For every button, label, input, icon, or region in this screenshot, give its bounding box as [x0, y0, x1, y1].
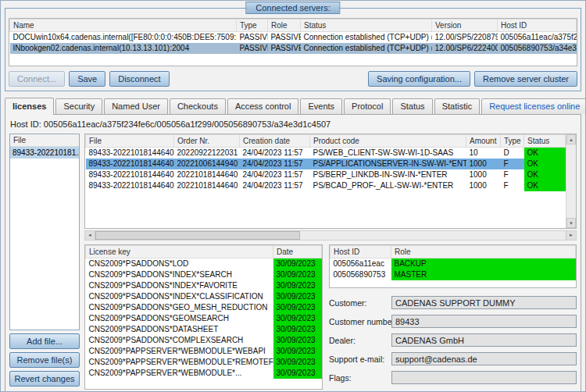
server-row[interactable]: DOCUwin10x64.cadenas.internal([FE80:0:0:…	[10, 32, 577, 43]
saving-configuration-button[interactable]: Saving configuration...	[368, 71, 470, 87]
tab-checkouts[interactable]: Checkouts	[170, 98, 226, 114]
tab-events[interactable]: Events	[300, 98, 342, 114]
license-row[interactable]: 89433-20221018144640-23-03-27_jofl.cnsld…	[86, 159, 566, 169]
form-field-flags: Flags:	[329, 371, 577, 384]
server-row[interactable]: INbookgen02.cadenas.internal(10.13.13.10…	[10, 43, 577, 54]
server-cell-type: PASSIVE	[237, 32, 268, 43]
vertical-scrollbar[interactable]: ▲ ▼	[566, 134, 576, 228]
server-table-header-row: NameTypeRoleStatusVersionHost ID	[10, 20, 577, 32]
column-header-type[interactable]: Type	[501, 135, 524, 148]
column-header-type[interactable]: Type	[237, 20, 268, 32]
customer-field[interactable]	[391, 296, 577, 309]
key-cell-name: CNS2009*PAPPSERVER*WEBMODULE*...	[86, 368, 273, 379]
license-table: FileOrder Nr.Creation dateProduct codeAm…	[85, 134, 566, 191]
host-role-row[interactable]: 005056890753MASTER	[331, 269, 576, 280]
license-row[interactable]: 89433-20221018144640-23-03-27_jofl.cnsld…	[86, 148, 566, 159]
tab-protocol[interactable]: Protocol	[344, 98, 391, 114]
save-button[interactable]: Save	[69, 71, 105, 87]
customer-number-field[interactable]	[391, 315, 577, 328]
license-cell-status: OK	[524, 169, 566, 180]
license-row[interactable]: 89433-20221018144640-23-03-27_jofl.cnsld…	[86, 169, 566, 180]
license-key-row[interactable]: CNS2009*PSADDONS*INDEX*SEARCH30/09/2023	[86, 269, 322, 280]
license-cell-amount: 10	[466, 148, 501, 159]
disconnect-button[interactable]: Disconnect	[109, 71, 169, 87]
key-cell-name: CNS2009*PAPPSERVER*WEBMODULE*REMOTEFILES…	[86, 357, 273, 368]
tab-security[interactable]: Security	[55, 98, 102, 114]
scroll-left-icon[interactable]: ◄	[85, 231, 95, 240]
key-cell-date: 30/09/2023	[273, 258, 322, 269]
flags-field[interactable]	[391, 371, 577, 384]
license-cell-type: F	[501, 169, 524, 180]
role-cell-host-id: 005056890753	[331, 269, 391, 280]
file-list-item[interactable]: 89433-202210181...	[10, 147, 79, 159]
column-header-amount[interactable]: Amount	[466, 135, 501, 148]
column-header-file[interactable]: File	[86, 135, 174, 148]
tab-statistic[interactable]: Statistic	[434, 98, 481, 114]
tab-licenses[interactable]: licenses	[5, 98, 54, 115]
column-header-product-code[interactable]: Product code	[310, 135, 466, 148]
remove-server-cluster-button[interactable]: Remove server cluster	[474, 71, 577, 87]
column-header-role[interactable]: Role	[391, 246, 576, 258]
license-key-row[interactable]: CNS2009*PSADDONS*LOD30/09/2023	[86, 258, 322, 269]
column-header-date[interactable]: Date	[273, 246, 322, 258]
host-role-row[interactable]: 005056a11eacBACKUP	[331, 258, 576, 269]
remove-files-button[interactable]: Remove file(s)	[9, 352, 80, 368]
license-cell-type: F	[501, 180, 524, 191]
column-header-license-key[interactable]: License key	[86, 246, 273, 258]
license-key-row[interactable]: CNS2009*PAPPSERVER*WEBMODULE*REMOTEFILES…	[86, 357, 322, 368]
license-cell-creation-date: 24/04/2023 11:57	[240, 159, 310, 169]
license-key-row[interactable]: CNS2009*PSADDONS*INDEX*CLASSIFICATION30/…	[86, 291, 322, 302]
form-field-dealer: Dealer:	[329, 333, 577, 347]
column-header-host-id[interactable]: Host ID	[331, 246, 391, 258]
license-key-row[interactable]: CNS2009*PSADDONS*COMPLEXSEARCH30/09/2023	[86, 335, 322, 346]
license-key-row[interactable]: CNS2009*PSADDONS*DATASHEET30/09/2023	[86, 324, 322, 335]
column-header-name[interactable]: Name	[10, 20, 237, 32]
license-row[interactable]: 89433-20221018144640-23-03-27_jofl.cnsld…	[86, 180, 566, 191]
scroll-up-icon[interactable]: ▲	[566, 134, 576, 144]
tab-request-licenses-online[interactable]: Request licenses online	[481, 98, 586, 114]
license-cell-product-code: PS/BCAD_PROF-_ALL-SW-WI-*ENTER	[310, 180, 466, 191]
license-cell-file: 89433-20221018144640-23-03-27_jofl.cnsld…	[86, 180, 174, 191]
license-cell-product-code: PS/WEB_CLIENT-SW-SW-WI-1D-SAAS	[310, 148, 466, 159]
column-header-status[interactable]: Status	[524, 135, 566, 148]
tab-named-user[interactable]: Named User	[104, 98, 168, 114]
details-form: Customer:Customer number:Dealer:Support …	[329, 296, 577, 384]
dealer-field[interactable]	[391, 333, 577, 347]
column-header-status[interactable]: Status	[301, 20, 432, 32]
license-cell-file: 89433-20221018144640-23-03-27_jofl.cnsld…	[86, 159, 174, 169]
add-file-button[interactable]: Add file...	[9, 333, 80, 349]
column-header-creation-date[interactable]: Creation date	[240, 135, 310, 148]
license-key-row[interactable]: CNS2009*PAPPSERVER*WEBMODULE*...30/09/20…	[86, 368, 322, 379]
scroll-right-icon[interactable]: ►	[566, 231, 576, 240]
revert-changes-button[interactable]: Revert changes	[9, 371, 80, 387]
tab-status[interactable]: Status	[392, 98, 432, 114]
host-id-label: Host ID:	[10, 119, 41, 129]
license-cell-type: F	[501, 159, 524, 169]
column-header-role[interactable]: Role	[268, 20, 301, 32]
key-cell-name: CNS2009*PSADDONS*DATASHEET	[86, 324, 273, 335]
column-header-order-nr[interactable]: Order Nr.	[174, 135, 240, 148]
license-key-row[interactable]: CNS2009*PSADDONS*GEOMSEARCH30/09/2023	[86, 313, 322, 324]
column-header-host-id[interactable]: Host ID	[498, 20, 577, 32]
host-id-value: 005056a11eac/a375f234fe6c/005056a1f299/0…	[44, 119, 331, 129]
column-header-version[interactable]: Version	[432, 20, 498, 32]
horizontal-scrollbar[interactable]: ◄ ►	[84, 230, 577, 241]
license-cell-order-nr: 20221018144640	[174, 169, 240, 180]
key-cell-name: CNS2009*PSADDONS*INDEX*CLASSIFICATION	[86, 291, 273, 302]
license-cell-type: D	[501, 148, 524, 159]
scroll-down-icon[interactable]: ▼	[566, 218, 576, 228]
license-key-row[interactable]: CNS2009*PAPPSERVER*WEBMODULE*WEBAPI30/09…	[86, 346, 322, 357]
license-key-row[interactable]: CNS2009*PSADDONS*INDEX*FAVORITE30/09/202…	[86, 280, 322, 291]
licenses-content: File 89433-202210181... Add file... Remo…	[9, 134, 577, 391]
license-key-row[interactable]: CNS2009*PSADDONS*GEO_MESH_REDUCTION30/09…	[86, 302, 322, 313]
server-cell-host-id: 005056890753/a34e3d1c4507	[498, 43, 577, 54]
file-list-header[interactable]: File	[10, 134, 79, 147]
support-e-mail-field[interactable]	[391, 352, 577, 365]
tab-access-control[interactable]: Access control	[227, 98, 299, 114]
connect-button[interactable]: Connect...	[9, 71, 65, 87]
scrollbar-thumb[interactable]	[95, 231, 300, 240]
license-cell-file: 89433-20221018144640-23-03-27_jofl.cnsld…	[86, 148, 174, 159]
scrollbar-track[interactable]	[300, 231, 566, 240]
server-cell-status: Connection established (TCP+UDP) (V3)	[301, 32, 432, 43]
file-items: 89433-202210181...	[10, 147, 79, 159]
